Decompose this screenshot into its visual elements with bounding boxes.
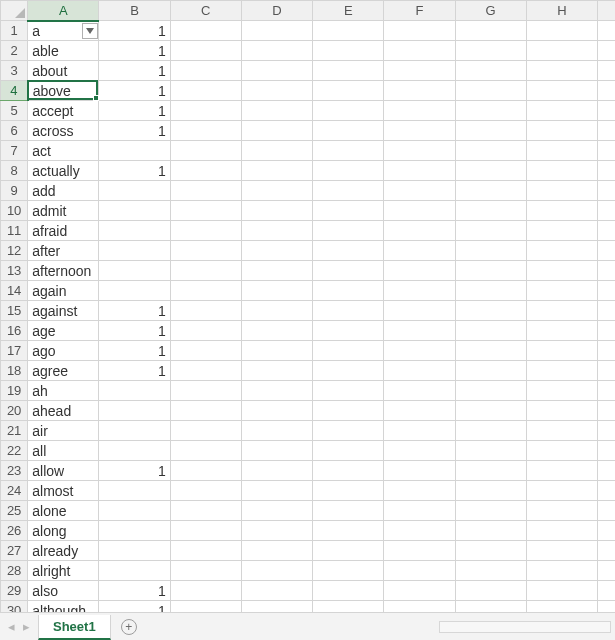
cell-F24[interactable] <box>384 481 455 501</box>
cell-E19[interactable] <box>313 381 384 401</box>
cell-C21[interactable] <box>170 421 241 441</box>
cell-D10[interactable] <box>241 201 312 221</box>
cell-D8[interactable] <box>241 161 312 181</box>
cell-H3[interactable] <box>526 61 597 81</box>
cell-D6[interactable] <box>241 121 312 141</box>
cell-A29[interactable]: also <box>28 581 99 601</box>
cell-F23[interactable] <box>384 461 455 481</box>
cell-D27[interactable] <box>241 541 312 561</box>
cell-C20[interactable] <box>170 401 241 421</box>
cell-B16[interactable]: 1 <box>99 321 170 341</box>
cell-D23[interactable] <box>241 461 312 481</box>
row-header[interactable]: 10 <box>1 201 28 221</box>
cell-E6[interactable] <box>313 121 384 141</box>
cell-G13[interactable] <box>455 261 526 281</box>
cell-C7[interactable] <box>170 141 241 161</box>
cell-H27[interactable] <box>526 541 597 561</box>
row-header[interactable]: 12 <box>1 241 28 261</box>
row-header[interactable]: 2 <box>1 41 28 61</box>
cell-F3[interactable] <box>384 61 455 81</box>
cell-H20[interactable] <box>526 401 597 421</box>
cell-I25[interactable] <box>597 501 615 521</box>
cell-D4[interactable] <box>241 81 312 101</box>
cell-F1[interactable] <box>384 21 455 41</box>
cell-D21[interactable] <box>241 421 312 441</box>
cell-C11[interactable] <box>170 221 241 241</box>
cell-I30[interactable] <box>597 601 615 613</box>
cell-H28[interactable] <box>526 561 597 581</box>
cell-I17[interactable] <box>597 341 615 361</box>
cell-B26[interactable] <box>99 521 170 541</box>
cell-H18[interactable] <box>526 361 597 381</box>
cell-B18[interactable]: 1 <box>99 361 170 381</box>
cell-E21[interactable] <box>313 421 384 441</box>
cell-C4[interactable] <box>170 81 241 101</box>
column-header-H[interactable]: H <box>526 1 597 21</box>
cell-D19[interactable] <box>241 381 312 401</box>
cell-C8[interactable] <box>170 161 241 181</box>
cell-F15[interactable] <box>384 301 455 321</box>
cell-D24[interactable] <box>241 481 312 501</box>
cell-D2[interactable] <box>241 41 312 61</box>
cell-I6[interactable] <box>597 121 615 141</box>
cell-A6[interactable]: across <box>28 121 99 141</box>
row-header[interactable]: 4 <box>1 81 28 101</box>
cell-A9[interactable]: add <box>28 181 99 201</box>
select-all-corner[interactable] <box>1 1 28 21</box>
cell-D11[interactable] <box>241 221 312 241</box>
cell-F8[interactable] <box>384 161 455 181</box>
cell-H15[interactable] <box>526 301 597 321</box>
cell-F7[interactable] <box>384 141 455 161</box>
cell-D20[interactable] <box>241 401 312 421</box>
cell-B28[interactable] <box>99 561 170 581</box>
cell-A21[interactable]: air <box>28 421 99 441</box>
cell-F28[interactable] <box>384 561 455 581</box>
cell-A22[interactable]: all <box>28 441 99 461</box>
cell-H11[interactable] <box>526 221 597 241</box>
cell-F11[interactable] <box>384 221 455 241</box>
cell-I19[interactable] <box>597 381 615 401</box>
column-header-E[interactable]: E <box>313 1 384 21</box>
cell-G5[interactable] <box>455 101 526 121</box>
cell-C16[interactable] <box>170 321 241 341</box>
cell-B22[interactable] <box>99 441 170 461</box>
cell-F30[interactable] <box>384 601 455 613</box>
row-header[interactable]: 11 <box>1 221 28 241</box>
cell-G28[interactable] <box>455 561 526 581</box>
row-header[interactable]: 9 <box>1 181 28 201</box>
cell-A24[interactable]: almost <box>28 481 99 501</box>
cell-C23[interactable] <box>170 461 241 481</box>
cell-H1[interactable] <box>526 21 597 41</box>
cell-E24[interactable] <box>313 481 384 501</box>
cell-I16[interactable] <box>597 321 615 341</box>
cell-A16[interactable]: age <box>28 321 99 341</box>
cell-A25[interactable]: alone <box>28 501 99 521</box>
cell-D13[interactable] <box>241 261 312 281</box>
cell-A26[interactable]: along <box>28 521 99 541</box>
cell-C2[interactable] <box>170 41 241 61</box>
cell-G30[interactable] <box>455 601 526 613</box>
row-header[interactable]: 25 <box>1 501 28 521</box>
cell-D7[interactable] <box>241 141 312 161</box>
cell-E25[interactable] <box>313 501 384 521</box>
cell-D30[interactable] <box>241 601 312 613</box>
cell-H9[interactable] <box>526 181 597 201</box>
cell-I20[interactable] <box>597 401 615 421</box>
row-header[interactable]: 21 <box>1 421 28 441</box>
cell-G16[interactable] <box>455 321 526 341</box>
cell-C19[interactable] <box>170 381 241 401</box>
cell-A4[interactable]: above <box>28 81 99 101</box>
cell-I18[interactable] <box>597 361 615 381</box>
cell-H21[interactable] <box>526 421 597 441</box>
cell-F18[interactable] <box>384 361 455 381</box>
cell-G4[interactable] <box>455 81 526 101</box>
cell-F29[interactable] <box>384 581 455 601</box>
cell-C6[interactable] <box>170 121 241 141</box>
cell-E1[interactable] <box>313 21 384 41</box>
cell-B9[interactable] <box>99 181 170 201</box>
cell-D28[interactable] <box>241 561 312 581</box>
cell-D3[interactable] <box>241 61 312 81</box>
horizontal-scrollbar[interactable] <box>435 613 615 640</box>
cell-H22[interactable] <box>526 441 597 461</box>
cell-E23[interactable] <box>313 461 384 481</box>
